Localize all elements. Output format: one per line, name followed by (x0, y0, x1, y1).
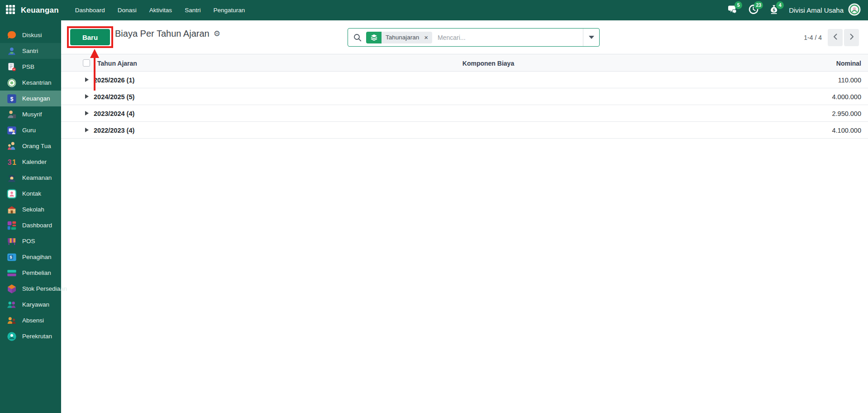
messages-button[interactable]: 5 (726, 5, 738, 16)
sekolah-icon (6, 204, 18, 216)
pager-range: 1-4 / 4 (804, 34, 822, 41)
chevron-right-icon (849, 33, 855, 42)
menu-item-aktivitas[interactable]: Aktivitas (143, 0, 178, 20)
group-row-2024-2025[interactable]: 2024/2025 (5) 4.000.000 (61, 88, 868, 105)
company-name: Divisi Amal Usaha (789, 6, 844, 14)
column-header-tahun-ajaran[interactable]: Tahun Ajaran (97, 54, 137, 72)
keamanan-icon (6, 172, 18, 184)
sidebar-item-psb[interactable]: PSB (0, 59, 61, 75)
sidebar-item-label: Penagihan (22, 254, 52, 260)
group-row-2023-2024[interactable]: 2023/2024 (4) 2.950.000 (61, 105, 868, 122)
user-menu[interactable]: Divisi Amal Usaha (789, 3, 861, 18)
sidebar-item-label: Keamanan (22, 174, 52, 181)
sidebar-item-label: Guru (22, 127, 36, 134)
messages-badge: 5 (734, 1, 742, 9)
breadcrumb: Biaya Per Tahun Ajaran ⚙ (115, 20, 220, 47)
sidebar-item-guru[interactable]: Guru (0, 122, 61, 138)
group-label: 2024/2025 (5) (94, 88, 134, 105)
facet-close-icon[interactable]: × (423, 32, 432, 43)
pager: 1-4 / 4 (804, 28, 859, 47)
sidebar-item-pos[interactable]: POS (0, 233, 61, 249)
penagihan-icon: $ (6, 251, 18, 263)
sidebar-item-dashboard[interactable]: Dashboard (0, 217, 61, 233)
search-options-toggle[interactable] (583, 29, 599, 46)
search-input[interactable] (438, 34, 583, 41)
sidebar-item-label: Kesantrian (22, 79, 52, 86)
top-menu: Dashboard Donasi Aktivitas Santri Pengat… (69, 0, 251, 20)
diskusi-icon (6, 29, 18, 41)
menu-item-donasi[interactable]: Donasi (111, 0, 143, 20)
pager-previous-button[interactable] (828, 29, 843, 46)
psb-icon (6, 61, 18, 73)
sidebar-item-pembelian[interactable]: Pembelian (0, 265, 61, 281)
sidebar-item-sekolah[interactable]: Sekolah (0, 202, 61, 217)
group-by-layers-icon (366, 32, 382, 43)
sidebar-item-kontak[interactable]: Kontak (0, 186, 61, 202)
menu-item-pengaturan[interactable]: Pengaturan (207, 0, 251, 20)
chevron-left-icon (832, 33, 839, 42)
gear-icon[interactable]: ⚙ (214, 30, 220, 38)
sidebar-item-kalender[interactable]: 31 Kalender (0, 154, 61, 170)
group-row-2025-2026[interactable]: 2025/2026 (1) 110.000 (61, 72, 868, 88)
group-label: 2022/2023 (4) (94, 122, 134, 139)
kalender-icon: 31 (6, 156, 18, 168)
orang-tua-icon (6, 140, 18, 152)
control-panel: Baru Biaya Per Tahun Ajaran ⚙ Tahunajara… (61, 20, 868, 47)
group-nominal: 4.100.000 (832, 122, 861, 139)
pembelian-icon (6, 267, 18, 279)
sidebar-item-label: Kontak (22, 190, 41, 197)
expand-triangle-icon[interactable] (85, 128, 89, 132)
group-label: 2025/2026 (1) (94, 72, 134, 88)
sidebar-item-label: Kalender (22, 158, 47, 165)
svg-text:1: 1 (12, 158, 16, 166)
sidebar-item-kesantrian[interactable]: Kesantrian (0, 75, 61, 91)
topbar: Keuangan Dashboard Donasi Aktivitas Sant… (0, 0, 868, 20)
expand-triangle-icon[interactable] (85, 94, 89, 99)
pager-next-button[interactable] (844, 29, 859, 46)
sidebar-item-label: Pembelian (22, 269, 51, 276)
sidebar-item-label: Absensi (22, 317, 44, 324)
menu-item-dashboard[interactable]: Dashboard (69, 0, 111, 20)
sidebar-item-keamanan[interactable]: Keamanan (0, 170, 61, 186)
new-record-button[interactable]: Baru (70, 29, 110, 45)
expand-triangle-icon[interactable] (85, 111, 89, 115)
sidebar-item-karyawan[interactable]: Karyawan (0, 297, 61, 312)
sidebar-item-label: Stok Persediaan (22, 285, 67, 292)
svg-text:$: $ (10, 255, 12, 259)
group-row-2022-2023[interactable]: 2022/2023 (4) 4.100.000 (61, 122, 868, 139)
sidebar-item-keuangan[interactable]: $ Keuangan (0, 91, 61, 106)
search-icon (353, 34, 362, 42)
activities-badge: 23 (754, 1, 763, 9)
select-all-checkbox[interactable] (83, 59, 90, 67)
column-header-komponen-biaya[interactable]: Komponen Biaya (443, 54, 534, 72)
pager-buttons (828, 29, 859, 46)
karyawan-icon (6, 299, 18, 311)
sidebar-item-label: POS (22, 238, 35, 245)
group-nominal: 110.000 (838, 72, 861, 88)
group-nominal: 4.000.000 (832, 88, 861, 105)
menu-item-santri[interactable]: Santri (178, 0, 207, 20)
sidebar-item-penagihan[interactable]: $ Penagihan (0, 249, 61, 265)
sidebar-item-stok-persediaan[interactable]: Stok Persediaan (0, 281, 61, 297)
column-header-nominal[interactable]: Nominal (836, 54, 861, 72)
sidebar-item-musyrif[interactable]: Musyrif (0, 106, 61, 122)
sidebar-item-label: Diskusi (22, 32, 42, 38)
sidebar-item-orang-tua[interactable]: Orang Tua (0, 138, 61, 154)
svg-text:$: $ (10, 96, 14, 102)
app-title[interactable]: Keuangan (21, 6, 59, 15)
sidebar-item-santri[interactable]: Santri (0, 43, 61, 59)
svg-text:3: 3 (8, 158, 12, 166)
sidebar-item-perekrutan[interactable]: Perekrutan (0, 328, 61, 344)
page-title: Biaya Per Tahun Ajaran (115, 29, 210, 39)
table-header-row: Tahun Ajaran Komponen Biaya Nominal (61, 54, 868, 72)
guru-icon (6, 125, 18, 136)
sidebar-item-label: Karyawan (22, 301, 49, 308)
activities-button[interactable]: 23 (747, 5, 759, 16)
list-view: Tahun Ajaran Komponen Biaya Nominal 2025… (61, 54, 868, 139)
sidebar-item-absensi[interactable]: Absensi (0, 312, 61, 328)
finance-notifications-button[interactable]: $ 4 (768, 5, 780, 16)
expand-triangle-icon[interactable] (85, 77, 89, 82)
sidebar-item-diskusi[interactable]: Diskusi (0, 27, 61, 43)
apps-menu-button[interactable] (0, 0, 21, 20)
stok-persediaan-icon (6, 283, 18, 295)
